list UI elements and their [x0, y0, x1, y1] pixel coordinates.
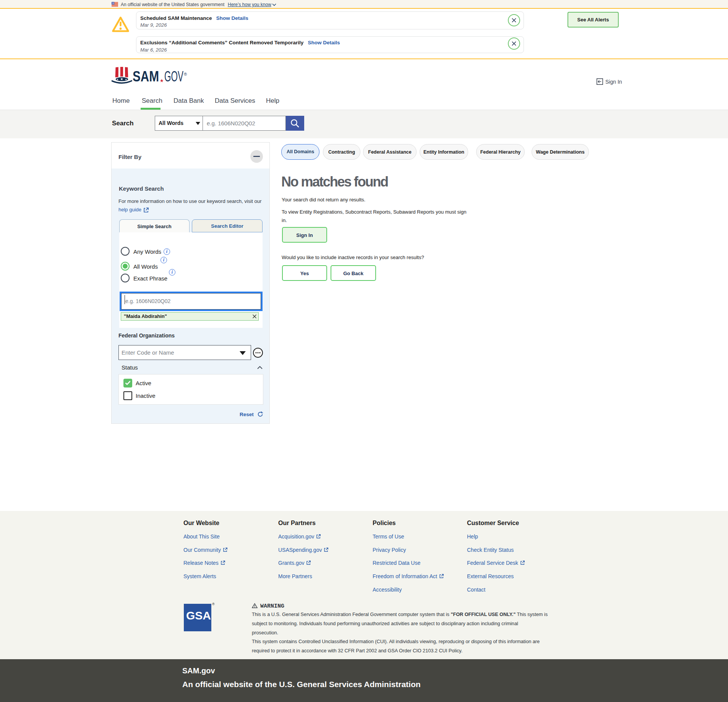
svg-text:GOV: GOV [164, 68, 183, 84]
svg-text:®: ® [184, 72, 187, 76]
svg-text:SAM: SAM [133, 68, 159, 84]
